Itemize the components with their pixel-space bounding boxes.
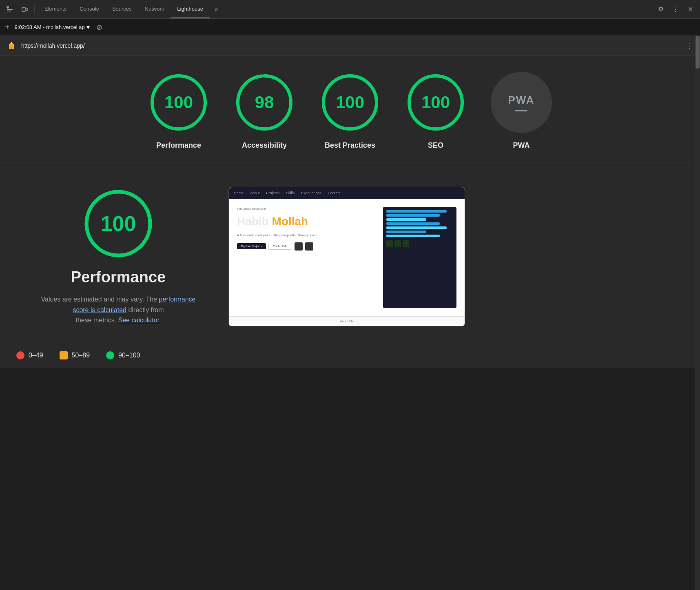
perf-detail-score: 100 [101, 211, 136, 236]
preview-btn-hire: Explore Projects [237, 243, 266, 249]
perf-detail-circle[interactable]: 100 [82, 187, 155, 260]
svg-rect-2 [7, 9, 13, 10]
performance-title: Performance [71, 268, 166, 286]
legend-average: 50–89 [60, 351, 90, 359]
devtools-right-icons: ⚙ ⋮ ✕ [649, 3, 697, 16]
performance-section: 100 Performance Values are estimated and… [0, 162, 700, 343]
preview-nav-experiences: Experiences [301, 191, 321, 195]
tab-sources[interactable]: Sources [106, 0, 138, 18]
address-more-icon[interactable]: ⋮ [686, 41, 693, 50]
performance-score: 100 [164, 93, 193, 112]
legend-fail: 0–49 [16, 351, 43, 359]
tab-console[interactable]: Console [73, 0, 106, 18]
preview-nav-home: Home [234, 191, 244, 195]
legend-average-dot [60, 351, 68, 359]
tab-lighthouse[interactable]: Lighthouse [171, 0, 210, 18]
score-pwa[interactable]: PWA PWA [491, 72, 552, 150]
legend-good: 90–100 [106, 351, 140, 359]
seo-circle: 100 [405, 72, 466, 133]
best-practices-score: 100 [336, 93, 364, 112]
lighthouse-content: 100 Performance 98 Accessibility [0, 55, 700, 368]
score-performance[interactable]: 100 Performance [148, 72, 209, 150]
score-accessibility[interactable]: 98 Accessibility [234, 72, 295, 150]
score-seo[interactable]: 100 SEO [405, 72, 466, 150]
accessibility-label: Accessibility [242, 141, 287, 150]
accessibility-circle: 98 [234, 72, 295, 133]
right-separator [651, 4, 651, 14]
seo-score: 100 [421, 93, 450, 112]
svg-rect-3 [7, 11, 11, 11]
performance-circle: 100 [148, 72, 209, 133]
address-url-text[interactable]: https://mollah.vercel.app/ [21, 42, 681, 49]
pwa-label: PWA [513, 141, 529, 150]
preview-nav-about: About [250, 191, 260, 195]
preview-content-area: Home About Projects Skills Experiences C… [229, 187, 465, 326]
best-practices-label: Best Practices [325, 141, 375, 150]
preview-code-6 [386, 231, 426, 233]
add-tab-button[interactable]: + [5, 22, 10, 32]
preview-terminal-btn1 [386, 240, 393, 247]
preview-subtitle: Full-stack developer [237, 207, 377, 211]
devtools-inspect-icon[interactable] [3, 3, 16, 16]
devtools-topbar: Elements Console Sources Network Lightho… [0, 0, 700, 19]
preview-code-5 [386, 226, 447, 229]
preview-social-icon [295, 242, 303, 251]
preview-title-habib: Habib [237, 215, 272, 228]
preview-hero-buttons: Explore Projects Contact Me [237, 242, 377, 251]
preview-code-3 [386, 218, 426, 221]
perf-desc-main: Values are estimated and may vary. The [41, 296, 157, 303]
preview-footer-text: About Me [340, 319, 354, 323]
pwa-dash-icon [515, 110, 527, 111]
perf-desc-mid: directly from [128, 306, 164, 313]
tab-elements[interactable]: Elements [38, 0, 73, 18]
perf-calculator-link[interactable]: See calculator. [118, 317, 161, 324]
perf-desc-end: these metrics. [76, 317, 117, 324]
address-bar: https://mollah.vercel.app/ ⋮ [0, 36, 700, 55]
dropdown-chevron-icon: ▾ [86, 23, 90, 31]
score-best-practices[interactable]: 100 Best Practices [319, 72, 381, 150]
scrollbar-thumb[interactable] [696, 36, 700, 69]
preview-hero-desc: A front end developer crafting Imaginati… [237, 233, 377, 237]
svg-point-7 [11, 42, 12, 44]
legend-good-dot [106, 351, 114, 359]
preview-hero-right [383, 207, 456, 308]
tab-separator [34, 4, 35, 14]
session-time: 9:02:08 AM - mollah.vercel.ap [15, 24, 85, 30]
lighthouse-logo-icon [7, 41, 16, 51]
devtools-device-icon[interactable] [18, 3, 31, 16]
seo-label: SEO [428, 141, 443, 150]
legend-average-range: 50–89 [72, 352, 90, 359]
accessibility-score: 98 [255, 93, 274, 112]
preview-footer: About Me [229, 316, 465, 326]
preview-social-icon-2 [305, 242, 313, 251]
performance-description: Values are estimated and may vary. The p… [33, 294, 204, 326]
legend-fail-dot [16, 351, 24, 359]
performance-left: 100 Performance Values are estimated and… [33, 187, 204, 326]
scrollbar[interactable] [695, 36, 700, 590]
preview-code-7 [386, 235, 440, 237]
pwa-text: PWA [508, 94, 534, 106]
more-options-button[interactable]: ⋮ [669, 3, 682, 16]
svg-rect-4 [22, 7, 25, 11]
more-tabs-button[interactable]: » [210, 3, 223, 16]
best-practices-circle: 100 [319, 72, 381, 133]
preview-title: Habib Mollah [237, 215, 377, 228]
preview-code-4 [386, 222, 440, 225]
svg-rect-6 [11, 47, 12, 49]
preview-hero: Full-stack developer Habib Mollah A fron… [229, 199, 465, 316]
preview-terminal-btns [386, 240, 453, 247]
preview-nav-projects: Projects [266, 191, 280, 195]
preview-nav: Home About Projects Skills Experiences C… [229, 187, 465, 199]
clear-icon[interactable]: ⊘ [96, 23, 102, 32]
preview-nav-skills: Skills [286, 191, 295, 195]
legend-good-range: 90–100 [118, 352, 140, 359]
session-dropdown[interactable]: 9:02:08 AM - mollah.vercel.ap ▾ [15, 23, 90, 31]
svg-rect-5 [26, 8, 27, 11]
scores-section: 100 Performance 98 Accessibility [0, 55, 700, 162]
performance-label: Performance [156, 141, 201, 150]
tab-network[interactable]: Network [138, 0, 171, 18]
preview-screenshot: Home About Projects Skills Experiences C… [229, 187, 465, 326]
settings-button[interactable]: ⚙ [654, 3, 667, 16]
close-button[interactable]: ✕ [684, 3, 697, 16]
preview-title-mollah: Mollah [272, 215, 308, 228]
